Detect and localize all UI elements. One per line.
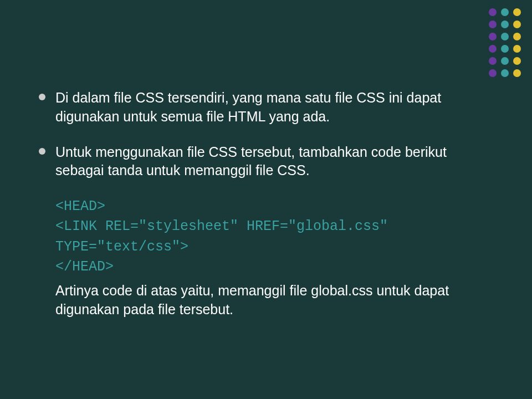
bullet-item: Untuk menggunakan file CSS tersebut, tam…: [39, 143, 493, 181]
dot-icon: [501, 8, 509, 16]
dot-icon: [501, 57, 509, 65]
slide-content: Di dalam file CSS tersendiri, yang mana …: [0, 0, 532, 319]
bullet-text: Untuk menggunakan file CSS tersebut, tam…: [55, 143, 493, 181]
code-line: </HEAD>: [55, 257, 493, 277]
code-line: <LINK REL="stylesheet" HREF="global.css": [55, 217, 493, 237]
dot-icon: [489, 21, 497, 28]
dot-icon: [513, 57, 521, 65]
dot-icon: [513, 45, 521, 53]
code-line: <HEAD>: [55, 197, 493, 217]
bullet-text: Di dalam file CSS tersendiri, yang mana …: [55, 89, 493, 126]
dot-icon: [489, 57, 497, 65]
dot-icon: [513, 33, 521, 40]
code-line: TYPE="text/css">: [55, 237, 493, 257]
dot-icon: [489, 45, 497, 53]
dot-icon: [489, 8, 497, 16]
decoration-dots: [489, 8, 521, 77]
dot-icon: [513, 8, 521, 16]
dot-icon: [489, 33, 497, 40]
dot-icon: [513, 69, 521, 77]
bullet-icon: [39, 94, 45, 100]
dot-icon: [513, 21, 521, 28]
dot-icon: [501, 21, 509, 28]
bullet-item: Di dalam file CSS tersendiri, yang mana …: [39, 89, 493, 126]
dot-icon: [501, 69, 509, 77]
dot-icon: [489, 69, 497, 77]
dot-icon: [501, 33, 509, 40]
code-block: <HEAD> <LINK REL="stylesheet" HREF="glob…: [55, 197, 493, 277]
explanation-text: Artinya code di atas yaitu, memanggil fi…: [55, 282, 493, 319]
dot-icon: [501, 45, 509, 53]
bullet-icon: [39, 148, 45, 155]
